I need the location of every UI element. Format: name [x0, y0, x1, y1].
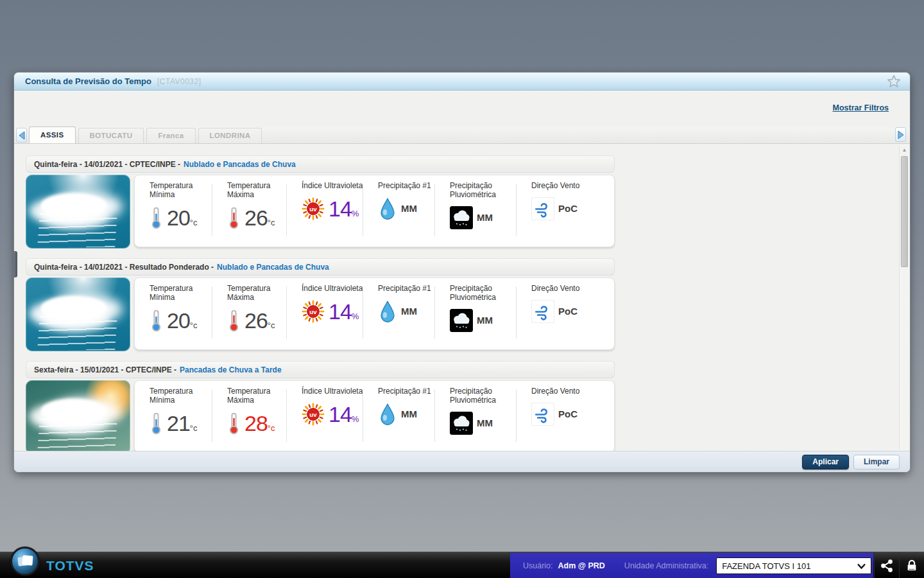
water-drop-icon	[378, 300, 397, 323]
metric-value: MM	[477, 206, 493, 229]
scrollbar-thumb[interactable]	[901, 156, 908, 267]
apply-button[interactable]: Aplicar	[802, 455, 849, 469]
thermometer-red-icon	[227, 309, 241, 332]
tab-franca[interactable]: Franca	[146, 128, 195, 143]
metric-temp-max: TemperaturaMáxima 26 °c	[212, 284, 287, 349]
footer-bar: TOTVS Usuário: Adm @ PRD Unidade Adminis…	[0, 552, 924, 578]
administrative-unit-label: Unidade Administrativa:	[624, 561, 708, 570]
metric-label: TemperaturaMáxima	[227, 284, 287, 302]
page-title: Consulta de Previsão do Tempo	[25, 76, 151, 86]
forecast-card-header: Quinta-feira - 14/01/2021 - Resultado Po…	[26, 258, 615, 276]
metric-value: 14	[329, 300, 352, 323]
metric-uv-index: Índice Ultravioleta uv 14 %	[287, 387, 363, 451]
thermometer-red-icon	[227, 412, 241, 435]
brand-name: TOTVS	[46, 558, 94, 574]
metric-precip-pluv: PrecipitaçãoPluviométrica MM	[435, 181, 517, 247]
metric-value: 28	[244, 412, 268, 435]
program-code: [CTAV0032]	[157, 77, 201, 86]
rain-cloud-icon	[450, 309, 473, 332]
forecast-card-header: Quinta-feira - 14/01/2021 - CPTEC/INPE -…	[26, 155, 615, 173]
metric-precip-1: Precipitação #1 MM	[363, 181, 435, 247]
left-edge-handle[interactable]	[13, 251, 17, 277]
show-filters-link[interactable]: Mostrar Filtros	[832, 103, 889, 112]
metric-label: Precipitação #1	[378, 387, 435, 396]
totvs-logo	[10, 547, 40, 576]
wind-icon	[531, 300, 554, 323]
metric-value: PoC	[558, 197, 578, 220]
thermometer-blue-icon	[150, 206, 163, 229]
thermometer-red-icon	[227, 206, 241, 229]
action-bar: Aplicar Limpar	[14, 451, 910, 472]
forecast-condition: Nublado e Pancadas de Chuva	[184, 160, 296, 169]
metric-label: PrecipitaçãoPluviométrica	[450, 284, 517, 302]
metric-value: MM	[477, 309, 493, 332]
administrative-unit-select[interactable]: FAZENDA TOTVS I 101	[716, 557, 871, 574]
metric-value: 14	[329, 403, 352, 426]
user-value: Adm @ PRD	[558, 561, 605, 570]
metric-label: TemperaturaMínima	[150, 181, 212, 199]
metric-label: Direção Vento	[531, 387, 594, 396]
metric-label: TemperaturaMínima	[150, 284, 212, 302]
metric-precip-1: Precipitação #1 MM	[363, 284, 435, 349]
city-tabs: ASSIS BOTUCATU Franca LONDRINA	[14, 127, 910, 144]
weather-image	[26, 277, 130, 351]
metric-temp-max: TemperaturaMáxima 28 °c	[212, 387, 287, 451]
metric-label: Direção Vento	[531, 181, 594, 190]
thermometer-blue-icon	[150, 309, 163, 332]
administrative-unit-value: FAZENDA TOTVS I 101	[722, 561, 810, 571]
chevron-left-icon	[19, 131, 25, 140]
tab-assis[interactable]: ASSIS	[29, 127, 76, 143]
wind-icon	[531, 403, 554, 426]
metric-unit: °c	[190, 423, 198, 433]
svg-text:uv: uv	[309, 411, 317, 418]
metric-value: PoC	[558, 403, 578, 426]
forecast-condition: Pancadas de Chuva a Tarde	[180, 365, 282, 374]
metric-value: MM	[477, 412, 493, 435]
forecast-card: Quinta-feira - 14/01/2021 - CPTEC/INPE -…	[26, 155, 615, 249]
metric-value: 14	[329, 197, 352, 220]
share-button[interactable]	[874, 552, 899, 578]
metric-label: Direção Vento	[531, 284, 594, 293]
tabs-scroll-right-button[interactable]	[895, 127, 906, 142]
metric-label: Índice Ultravioleta	[302, 284, 363, 293]
lock-button[interactable]	[899, 552, 924, 578]
totvs-logo-icon	[10, 547, 40, 576]
metric-wind-dir: Direção Vento PoC	[517, 387, 594, 451]
metric-label: TemperaturaMáxima	[227, 181, 287, 199]
forecast-condition: Nublado e Pancadas de Chuva	[217, 263, 329, 272]
metric-value: MM	[401, 300, 417, 323]
chevron-down-icon	[857, 563, 866, 569]
tab-londrina[interactable]: LONDRINA	[198, 128, 262, 143]
favorite-button[interactable]	[886, 74, 902, 89]
uv-sun-icon: uv	[302, 197, 325, 220]
metric-value: 20	[167, 206, 190, 229]
vertical-scrollbar[interactable]: ▲	[899, 145, 909, 450]
share-icon	[880, 559, 894, 573]
metric-label: Precipitação #1	[378, 181, 435, 190]
metric-label: TemperaturaMáxima	[227, 387, 287, 405]
uv-sun-icon: uv	[302, 403, 325, 426]
metrics-panel: TemperaturaMínima 20 °c TemperaturaMáxim…	[134, 277, 615, 350]
metric-value: MM	[401, 403, 417, 426]
uv-sun-icon: uv	[302, 300, 325, 323]
rain-cloud-icon	[450, 206, 473, 229]
metric-value: 26	[244, 309, 268, 332]
scroll-up-icon[interactable]: ▲	[900, 145, 909, 155]
weather-forecast-window: Consulta de Previsão do Tempo [CTAV0032]…	[14, 73, 910, 472]
metric-label: TemperaturaMínima	[150, 387, 212, 405]
tab-botucatu[interactable]: BOTUCATU	[78, 128, 144, 143]
metric-temp-min: TemperaturaMínima 21 °c	[135, 387, 212, 451]
chevron-right-icon	[898, 130, 904, 139]
tabs-scroll-left-button[interactable]	[16, 128, 27, 143]
clear-button[interactable]: Limpar	[853, 455, 900, 469]
lock-icon	[905, 559, 918, 573]
metric-value: 21	[167, 412, 190, 435]
metric-label: Índice Ultravioleta	[302, 387, 363, 396]
metric-temp-min: TemperaturaMínima 20 °c	[135, 284, 212, 349]
water-drop-icon	[378, 403, 397, 426]
rain-graphic	[37, 316, 117, 350]
metric-precip-1: Precipitação #1 MM	[363, 387, 435, 451]
metric-label: Índice Ultravioleta	[302, 181, 363, 190]
metric-label: PrecipitaçãoPluviométrica	[450, 387, 517, 405]
metric-unit: %	[352, 414, 359, 424]
